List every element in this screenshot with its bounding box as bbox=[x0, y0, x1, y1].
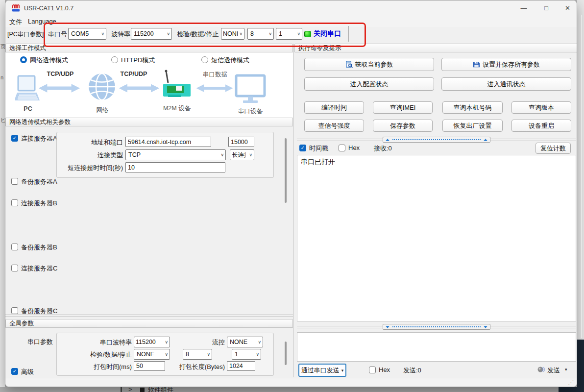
baud-select[interactable]: 115200 ∨ bbox=[131, 28, 172, 40]
short-conn-timeout-input[interactable] bbox=[125, 162, 225, 172]
global-scrollbar[interactable] bbox=[285, 342, 287, 365]
query-signal-button[interactable]: 查信号强度 bbox=[304, 120, 364, 132]
checkbox-label-advanced[interactable]: 高级 bbox=[21, 368, 34, 376]
server-a-address-input[interactable] bbox=[125, 137, 211, 147]
serial-device-monitor-icon bbox=[235, 74, 266, 104]
radio-sms-transparent-mode[interactable] bbox=[201, 56, 208, 63]
query-version-button[interactable]: 查询版本 bbox=[511, 101, 571, 114]
get-current-params-button[interactable]: 获取当前参数 bbox=[304, 58, 434, 71]
pack-time-input[interactable] bbox=[134, 361, 165, 371]
g-databits-select[interactable]: 8 ∨ bbox=[183, 349, 212, 360]
databits-select[interactable]: 8 ∨ bbox=[247, 28, 274, 40]
radio-httpd-mode[interactable] bbox=[111, 56, 118, 63]
search-document-icon bbox=[345, 61, 353, 68]
section-header-net-params[interactable]: 网络透传模式相关参数 bbox=[5, 118, 293, 126]
pack-len-input[interactable] bbox=[227, 361, 255, 371]
close-serial-button[interactable]: 关闭串口 bbox=[314, 29, 341, 38]
pack-time-label: 打包时间(ms) bbox=[83, 363, 132, 371]
chevron-down-icon: ∨ bbox=[258, 340, 261, 344]
checkbox-label-connect-server-b[interactable]: 连接服务器B bbox=[21, 199, 57, 208]
panel-divider[interactable] bbox=[293, 44, 293, 377]
maximize-button[interactable]: □ bbox=[535, 0, 558, 16]
checkbox-backup-server-b[interactable] bbox=[11, 244, 18, 250]
send-button[interactable]: 发送 bbox=[547, 366, 560, 375]
pc-laptop-icon bbox=[15, 75, 41, 103]
g-parity-select[interactable]: NONE ∨ bbox=[134, 349, 170, 360]
save-params-button[interactable]: 保存参数 bbox=[373, 120, 433, 132]
checkbox-tx-hex[interactable] bbox=[369, 367, 376, 373]
checkbox-label-connect-server-c[interactable]: 连接服务器C bbox=[21, 264, 57, 273]
radio-label-net-transparent[interactable]: 网络透传模式 bbox=[30, 56, 68, 65]
checkbox-label-backup-server-b[interactable]: 备份服务器B bbox=[21, 243, 57, 252]
section-header-global-params[interactable]: 全局参数 bbox=[5, 319, 293, 328]
diagram-node-label-serial-device: 串口设备 bbox=[235, 107, 266, 116]
resize-grip-icon[interactable]: ⋰ bbox=[568, 379, 574, 386]
checkbox-connect-server-c[interactable] bbox=[11, 265, 18, 271]
checkbox-backup-server-c[interactable] bbox=[11, 307, 18, 314]
checkbox-connect-server-a[interactable]: ✓ bbox=[11, 135, 18, 142]
addr-port-label: 地址和端口 bbox=[59, 138, 123, 147]
device-restart-button[interactable]: 设备重启 bbox=[511, 120, 571, 132]
close-button[interactable]: ✕ bbox=[558, 0, 577, 16]
checkbox-advanced[interactable]: ✓ bbox=[11, 368, 18, 375]
diagram-link-label-serial-data: 串口数据 bbox=[195, 71, 235, 79]
triangle-up-icon bbox=[484, 139, 487, 141]
radio-label-httpd[interactable]: HTTPD模式 bbox=[121, 56, 155, 65]
stopbits-select[interactable]: 1 ∨ bbox=[276, 28, 302, 40]
menu-bar bbox=[5, 16, 577, 27]
bg-window-edge bbox=[581, 15, 582, 338]
section-header-commands[interactable]: 执行命令及提示 bbox=[294, 44, 577, 52]
checkbox-rx-hex[interactable] bbox=[339, 145, 345, 151]
chevron-down-icon: ∨ bbox=[101, 31, 104, 36]
send-via-serial-button[interactable]: 通过串口发送 ▾ bbox=[298, 364, 346, 377]
checkbox-label-backup-server-a[interactable]: 备份服务器A bbox=[21, 177, 57, 186]
menu-language[interactable]: Language bbox=[28, 18, 56, 25]
app-logo-icon bbox=[12, 4, 20, 12]
port-select[interactable]: COM5 ∨ bbox=[68, 28, 106, 40]
button-label: 查询本机号码 bbox=[454, 103, 492, 112]
checkbox-label-timestamp[interactable]: 时间戳 bbox=[309, 144, 328, 153]
minimize-button[interactable]: — bbox=[512, 0, 535, 16]
receive-log-area[interactable]: 串口已打开 bbox=[297, 155, 576, 321]
enter-comm-state-button[interactable]: 进入通讯状态 bbox=[441, 77, 571, 91]
g-stopbits-select[interactable]: 1 ∨ bbox=[232, 349, 261, 360]
checkbox-label-tx-hex[interactable]: Hex bbox=[379, 366, 390, 373]
chevron-down-icon: ∨ bbox=[239, 31, 243, 36]
parity-select[interactable]: NONI ∨ bbox=[221, 28, 244, 40]
server-a-port-input[interactable] bbox=[228, 137, 254, 147]
checkbox-timestamp[interactable]: ✓ bbox=[299, 145, 306, 151]
background-window-right-sliver bbox=[577, 0, 584, 392]
baud-value: 115200 bbox=[134, 30, 154, 37]
conn-type-label: 连接类型 bbox=[59, 151, 123, 160]
checkbox-connect-server-b[interactable] bbox=[11, 199, 18, 206]
splitter-collapse-handle[interactable] bbox=[383, 137, 490, 143]
compile-time-button[interactable]: 编译时间 bbox=[304, 101, 364, 114]
splitter-collapse-handle[interactable] bbox=[383, 324, 490, 330]
dropdown-arrow-icon[interactable]: ▾ bbox=[565, 367, 567, 372]
g-baud-select[interactable]: 115200 ∨ bbox=[134, 337, 170, 347]
checkbox-label-rx-hex[interactable]: Hex bbox=[348, 144, 360, 151]
query-local-number-button[interactable]: 查询本机号码 bbox=[442, 101, 503, 114]
send-icon[interactable] bbox=[537, 366, 545, 373]
menu-file[interactable]: 文件 bbox=[9, 18, 22, 26]
radio-label-sms[interactable]: 短信透传模式 bbox=[211, 56, 249, 65]
send-input-area[interactable] bbox=[297, 332, 576, 362]
checkbox-label-connect-server-a[interactable]: 连接服务器A bbox=[21, 134, 57, 143]
title-bar: USR-CAT1 V1.0.7 — □ ✕ bbox=[5, 0, 577, 16]
checkbox-backup-server-a[interactable] bbox=[11, 178, 18, 185]
conn-mode-select[interactable]: 长连接 ∨ bbox=[230, 149, 254, 160]
left-panel-scrollbar[interactable] bbox=[285, 138, 287, 203]
flow-select[interactable]: NONE ∨ bbox=[227, 337, 263, 347]
radio-net-transparent-mode[interactable] bbox=[20, 56, 27, 63]
section-header-work-mode[interactable]: 选择工作模式 bbox=[5, 44, 293, 52]
set-save-all-params-button[interactable]: 设置并保存所有参数 bbox=[441, 58, 571, 71]
g-parity-value: NONE bbox=[137, 351, 154, 358]
button-label: 进入通讯状态 bbox=[487, 80, 526, 89]
diagram-node-label-m2m: M2M 设备 bbox=[158, 104, 195, 113]
factory-reset-button[interactable]: 恢复出厂设置 bbox=[442, 120, 503, 132]
button-label: 查信号强度 bbox=[318, 122, 350, 130]
enter-config-state-button[interactable]: 进入配置状态 bbox=[304, 77, 434, 91]
reset-count-button[interactable]: 复位计数 bbox=[535, 143, 571, 154]
query-imei-button[interactable]: 查询IMEI bbox=[373, 101, 433, 114]
conn-type-select[interactable]: TCP ∨ bbox=[125, 149, 226, 160]
